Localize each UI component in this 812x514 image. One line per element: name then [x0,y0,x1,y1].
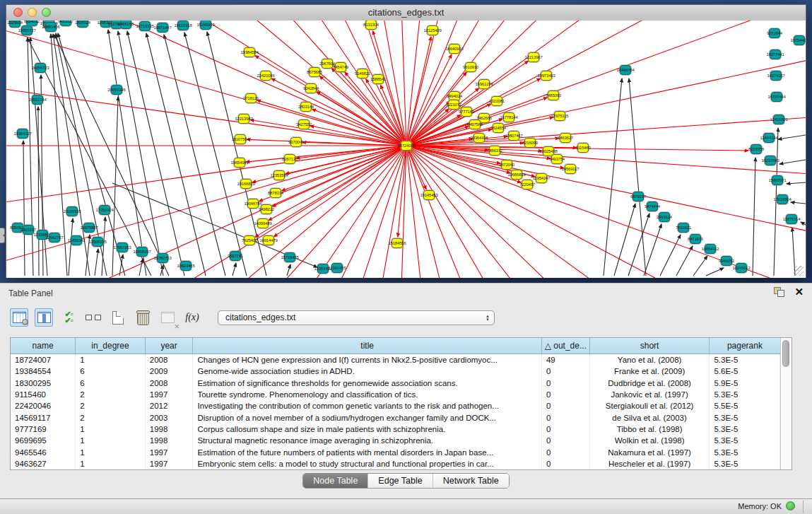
cell-short[interactable]: Franke et al. (2009) [589,366,710,377]
table-row[interactable]: 946362711997Embryonic stem cells: a mode… [11,458,780,469]
graph-node-cited[interactable]: 9777169 [461,107,472,117]
graph-node[interactable]: 17016504 [777,194,788,204]
table-row[interactable]: 1456911722003Disruption of a novel membe… [11,411,780,423]
graph-node[interactable]: 20551744 [32,95,43,105]
column-header-short[interactable]: short [589,338,710,354]
cell-pagerank[interactable]: 5.3E-5 [710,389,780,400]
graph-node-cited[interactable]: 1588541 [372,74,384,84]
cell-in-degree[interactable]: 1 [76,446,146,457]
column-header-year[interactable]: year [145,338,193,354]
cell-in-degree[interactable]: 6 [76,366,146,377]
graph-node[interactable]: 9857791 [230,251,241,261]
graph-node-cited[interactable]: 12213967 [528,52,539,62]
close-panel-icon[interactable]: ✕ [794,287,804,297]
cell-title[interactable]: Tourette syndrome. Phenomenology and cla… [193,389,541,400]
graph-node-cited[interactable]: 7220497 [522,180,533,189]
cell-year[interactable]: 1997 [145,389,193,400]
cell-short[interactable]: Nakamura et al. (1997) [589,446,710,457]
cell-out-de-[interactable]: 0 [541,424,589,435]
graph-node[interactable]: 1805324 [77,21,88,28]
graph-node[interactable]: 9466160 [120,21,131,29]
column-header-out-de-[interactable]: △ out_de... [541,338,589,354]
graph-node[interactable]: 19384327 [17,129,28,139]
graph-node-cited[interactable]: 9463627 [560,133,571,143]
graph-node[interactable]: 15716485 [284,252,295,262]
graph-node[interactable]: 8471676 [690,234,701,244]
cell-pagerank[interactable]: 5.3E-5 [710,354,780,366]
cell-out-de-[interactable]: 0 [541,366,589,377]
graph-node-cited[interactable]: 3427552 [298,119,310,129]
graph-node-cited[interactable]: 2718126 [245,93,257,103]
table-row[interactable]: 1830029562008Estimation of significance … [11,378,780,389]
graph-node-cited[interactable]: 9493754 [551,154,563,164]
graph-node[interactable]: 10154408 [794,35,805,45]
cell-year[interactable]: 2008 [145,354,193,366]
graph-node-cited[interactable]: 8221072 [448,100,459,110]
graph-node-cited[interactable]: 16914479 [263,235,274,245]
graph-node-cited[interactable]: 18107554 [235,134,246,144]
table-row[interactable]: 1872400712008Changes of HCN gene express… [11,354,780,366]
cell-in-degree[interactable]: 1 [76,435,146,446]
tab-node-table[interactable]: Node Table [303,474,368,488]
cell-in-degree[interactable]: 1 [76,458,146,469]
column-header-pagerank[interactable]: pagerank [710,338,780,354]
graph-node[interactable]: 3915317 [23,225,34,235]
cell-name[interactable]: 9115460 [11,389,76,400]
graph-node[interactable]: 12416801 [773,115,784,124]
graph-node-cited[interactable]: 11954247 [536,173,547,183]
graph-node-cited[interactable]: 2803144 [300,102,312,112]
graph-node-cited[interactable]: 8131304 [365,21,377,30]
graph-node[interactable]: 16671447 [157,23,168,33]
graph-node[interactable]: 10958197 [136,247,148,257]
function-builder-icon[interactable]: f(x) [183,308,201,327]
graph-node-cited[interactable]: 12353594 [273,170,285,180]
graph-node-cited[interactable]: 8675685 [309,67,320,77]
cell-name[interactable]: 9463627 [11,458,76,469]
cell-year[interactable]: 2008 [145,378,193,389]
cell-year[interactable]: 1998 [145,424,193,435]
graph-node-cited[interactable]: 8216099 [524,138,536,148]
graph-node[interactable]: 12444134 [763,133,775,143]
graph-node[interactable]: 16782753 [157,253,168,263]
select-columns-icon[interactable]: ✔▫✔▫ [59,308,78,327]
tab-network-table[interactable]: Network Table [433,474,509,488]
table-row[interactable]: 969969511998Structural magnetic resonanc… [11,435,780,446]
cell-name[interactable]: 9777169 [11,424,76,435]
graph-node[interactable]: 19055727 [21,25,33,35]
cell-short[interactable]: Yano et al. (2008) [589,354,710,366]
graph-node-cited[interactable]: 12125439 [427,25,438,35]
row-height-icon[interactable] [84,308,102,327]
graph-node-cited[interactable]: 9146821 [357,69,368,78]
graph-node[interactable]: 15245013 [200,21,211,30]
graph-node[interactable]: 11451342 [71,235,82,245]
window-titlebar[interactable]: citations_edges.txt [6,5,806,21]
graph-node[interactable]: 10719135 [139,21,151,31]
graph-node[interactable]: 12505135 [92,237,103,247]
cell-out-de-[interactable]: 0 [541,411,589,423]
graph-node-cited[interactable]: 15184556 [392,238,403,248]
graph-node-cited[interactable]: 16778144 [503,112,514,122]
graph-node[interactable]: 12942737 [49,233,60,243]
cell-name[interactable]: 18300295 [11,378,76,389]
graph-node[interactable]: 10654112 [705,244,716,254]
graph-node[interactable]: 16210643 [765,156,776,165]
cell-in-degree[interactable]: 6 [76,378,146,389]
memory-ok-icon[interactable] [786,501,795,510]
graph-node-cited[interactable]: 9610910 [465,62,476,72]
table-select-dropdown[interactable]: citations_edges.txt ▲▼ [218,310,495,325]
graph-node-cited[interactable]: 9498222 [261,204,272,214]
cell-out-de-[interactable]: 0 [541,435,589,446]
graph-node[interactable]: 11675314 [786,214,797,224]
cell-year[interactable]: 1997 [145,446,193,457]
graph-node[interactable]: 20053346 [111,85,122,95]
graph-node-cited[interactable]: 16961279 [478,79,490,89]
graph-node-cited[interactable]: 12975115 [554,111,565,121]
cell-title[interactable]: Embryonic stem cells: a model to study s… [193,458,541,469]
graph-node-cited[interactable]: 10973493 [541,71,552,81]
table-settings-icon[interactable] [10,308,28,327]
graph-node-cited[interactable]: 9872040 [501,160,512,170]
cell-name[interactable]: 18724007 [11,354,76,366]
graph-node[interactable]: 20206535 [66,206,78,216]
graph-node[interactable]: 8215958 [751,144,762,154]
graph-node-cited[interactable]: 9170041 [290,137,302,147]
